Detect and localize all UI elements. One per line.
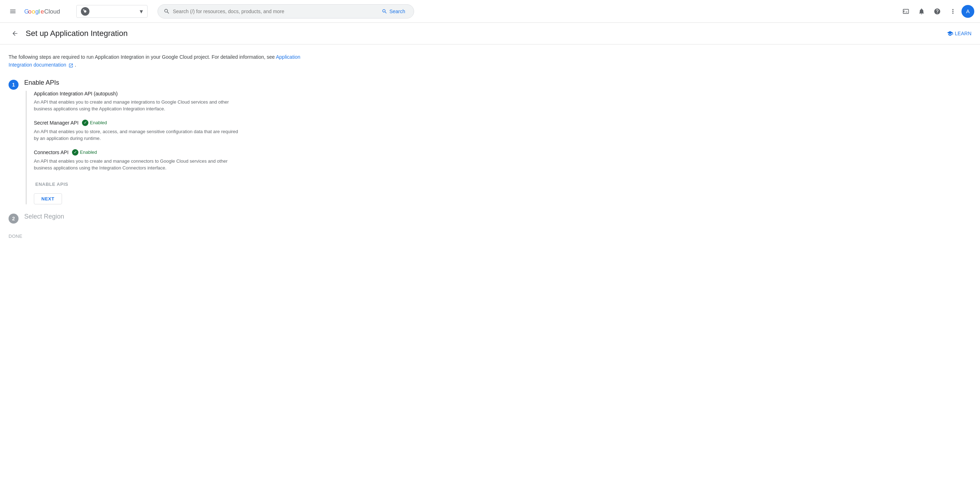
main-content: The following steps are required to run …: [0, 44, 321, 253]
api-2-check-icon: ✓: [82, 120, 88, 126]
api-3-name: Connectors API: [34, 149, 68, 155]
api-item-app-integration-header: Application Integration API (autopush): [34, 91, 312, 97]
step-2-number: 2: [8, 214, 19, 224]
step-2-content: Select Region: [24, 213, 312, 225]
api-3-desc: An API that enables you to create and ma…: [34, 158, 240, 171]
api-item-connectors-header: Connectors API ✓ Enabled: [34, 149, 312, 155]
api-3-enabled-badge: ✓ Enabled: [72, 149, 97, 155]
svg-text:e: e: [41, 8, 44, 15]
user-avatar[interactable]: A: [961, 5, 974, 18]
svg-text:l: l: [38, 8, 40, 15]
svg-text:Cloud: Cloud: [44, 8, 60, 15]
project-avatar: [81, 7, 89, 16]
search-container: Search: [158, 4, 414, 19]
api-2-desc: An API that enables you to store, access…: [34, 128, 240, 142]
search-button-label: Search: [390, 8, 405, 14]
api-1-name: Application Integration API (autopush): [34, 91, 118, 97]
hamburger-menu[interactable]: [6, 4, 20, 19]
step-1-body: Application Integration API (autopush) A…: [25, 91, 312, 204]
api-2-enabled-label: Enabled: [90, 120, 107, 125]
step-2: 2 Select Region: [8, 213, 312, 225]
nav-actions: A: [899, 4, 974, 19]
api-2-enabled-badge: ✓ Enabled: [82, 120, 107, 126]
api-item-secret-manager-header: Secret Manager API ✓ Enabled: [34, 120, 312, 126]
learn-label: LEARN: [955, 31, 972, 36]
back-button[interactable]: [8, 27, 21, 40]
next-button-wrap: NEXT: [34, 193, 312, 204]
step-1-content: Enable APIs Application Integration API …: [24, 79, 312, 204]
search-input[interactable]: [173, 8, 376, 14]
project-selector[interactable]: ▾: [76, 5, 148, 18]
enable-apis-button[interactable]: ENABLE APIS: [34, 179, 70, 190]
done-label: DONE: [8, 233, 22, 239]
google-cloud-logo[interactable]: G o o g l e Cloud: [24, 8, 70, 15]
search-bar[interactable]: Search: [158, 4, 414, 19]
help-icon-button[interactable]: [930, 4, 944, 19]
intro-text-after: .: [75, 62, 76, 68]
api-3-enabled-label: Enabled: [80, 149, 97, 155]
project-dropdown-icon: ▾: [140, 8, 143, 15]
page-title: Set up Application Integration: [25, 29, 127, 38]
svg-point-8: [83, 9, 84, 11]
terminal-icon-button[interactable]: [899, 4, 913, 19]
step-2-title: Select Region: [24, 213, 312, 220]
step-1-number: 1: [8, 80, 19, 90]
intro-text-before: The following steps are required to run …: [8, 54, 276, 60]
api-item-connectors: Connectors API ✓ Enabled An API that ena…: [34, 149, 312, 171]
top-navigation: G o o g l e Cloud ▾: [0, 0, 980, 23]
svg-text:o: o: [32, 8, 35, 15]
search-icon: [164, 8, 170, 14]
subheader: Set up Application Integration LEARN: [0, 23, 980, 44]
learn-link[interactable]: LEARN: [947, 30, 972, 36]
api-3-check-icon: ✓: [72, 149, 78, 155]
intro-text: The following steps are required to run …: [8, 53, 312, 69]
user-avatar-letter: A: [966, 8, 970, 14]
step-1-title: Enable APIs: [24, 79, 312, 87]
svg-point-7: [84, 10, 87, 13]
notifications-icon-button[interactable]: [915, 4, 929, 19]
more-options-icon-button[interactable]: [946, 4, 960, 19]
api-item-secret-manager: Secret Manager API ✓ Enabled An API that…: [34, 120, 312, 142]
step-1: 1 Enable APIs Application Integration AP…: [8, 79, 312, 204]
api-1-desc: An API that enables you to create and ma…: [34, 98, 240, 113]
subheader-left: Set up Application Integration: [8, 27, 127, 40]
next-button[interactable]: NEXT: [34, 193, 62, 204]
done-label-wrap: DONE: [8, 233, 312, 239]
api-2-name: Secret Manager API: [34, 120, 78, 126]
step-1-button-row: ENABLE APIS: [34, 179, 312, 190]
api-item-app-integration: Application Integration API (autopush) A…: [34, 91, 312, 113]
search-button[interactable]: Search: [379, 8, 408, 14]
svg-text:o: o: [28, 8, 31, 15]
